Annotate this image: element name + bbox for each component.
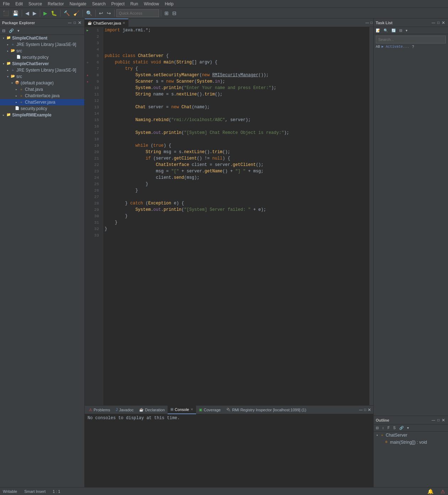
task-new-btn[interactable]: 📝 [374,28,381,33]
jre-simplechatserver[interactable]: ▸ ☕ JRE System Library [JavaSE-9] [0,67,84,73]
close-task-list-btn[interactable]: ✕ [441,20,446,25]
project-simplechatserver[interactable]: ▾ 📁 SimpleChatServer [0,61,84,67]
toolbar-back-btn[interactable]: ◀ [24,10,31,17]
maximize-outline-btn[interactable]: □ [437,418,440,423]
code-editor[interactable]: ▶ 1 2 3 4 [85,27,373,405]
project-simplechatclient[interactable]: ▾ 📁 SimpleChatClient [0,35,84,41]
default-package[interactable]: ▾ 📦 (default package) [0,80,84,86]
outline-menu-btn[interactable]: ▾ [406,425,410,431]
quick-access-input[interactable] [116,9,159,17]
menu-run[interactable]: Run [127,1,141,7]
outline-collapse-btn[interactable]: ⊟ [374,425,380,431]
pkg-view-menu-btn[interactable]: ▾ [16,28,21,34]
collapse-all-btn[interactable]: ⊟ [1,28,7,34]
bottom-tabs-bar: ⚠ Problems J Javadoc ☕ Declaration ⊞ Con… [85,406,373,414]
menu-source[interactable]: Source [26,1,45,7]
maximize-bottom-btn[interactable]: □ [363,407,367,412]
menu-navigate[interactable]: Navigate [67,1,89,7]
close-bottom-btn[interactable]: ✕ [367,407,372,412]
toolbar-save-btn[interactable]: 💾 [11,10,20,17]
outline-class-icon: ☕ [379,432,385,438]
task-activate-link[interactable]: ► Activate... [381,45,409,49]
menu-help[interactable]: Help [162,1,176,7]
task-collapse-btn[interactable]: ⊟ [398,28,404,33]
chatinterface-java-file[interactable]: ▸ ☕ ChatInterface.java [0,93,84,99]
outline-hide-fields-btn[interactable]: F [386,425,391,431]
console-tab[interactable]: ⊞ Console ✕ [168,406,196,414]
rmi-inspector-tab[interactable]: 🔌 RMI Registry Inspector [localhost:1099… [223,406,309,414]
code-line-29: System.out.println("[System] Server fail… [105,207,368,213]
outline-tree: ▾ ☕ ChatServer ⚙ main(String[]) : void [374,432,448,487]
task-refresh-btn[interactable]: 🔄 [390,28,397,33]
line-num-19: 19 [90,144,100,148]
chatserver-java-label: ChatServer.java [25,100,55,105]
jre-simplechatclient[interactable]: ▸ ☕ JRE System Library [JavaSE-9] [0,41,84,48]
chat-java-file[interactable]: ▸ ☕ Chat.java [0,86,84,93]
link-editor-btn[interactable]: 🔗 [7,28,15,34]
outline-sort-btn[interactable]: ↕ [381,425,385,431]
problems-tab[interactable]: ⚠ Problems [86,406,113,414]
close-tab-btn[interactable]: ✕ [122,21,125,25]
toolbar-perspective-btn[interactable]: ⊞ [163,10,170,17]
project-icon: 📁 [6,35,11,41]
task-help-btn[interactable]: ? [411,44,416,50]
chatserver-java-file[interactable]: ▸ ☕ ChatServer.java [0,99,84,105]
line-num-12: 12 [90,99,100,103]
menu-refactor[interactable]: Refactor [45,1,67,7]
minimize-outline-btn[interactable]: — [431,418,436,423]
security-policy-label: security.policy [21,106,47,111]
task-filter-btn[interactable]: 🔍 [382,28,389,33]
declaration-tab[interactable]: ☕ Declaration [136,406,168,414]
toolbar-search-btn[interactable]: 🔍 [85,10,94,17]
toolbar-debug-btn[interactable]: 🐛 [49,10,58,17]
task-search-input[interactable] [376,36,446,43]
security-policy-simplechatserver[interactable]: 📄 security.policy [0,105,84,112]
menu-search[interactable]: Search [89,1,109,7]
minimize-task-list-btn[interactable]: — [431,20,436,25]
coverage-tab[interactable]: ▣ Coverage [196,406,223,414]
code-line-14 [105,110,368,117]
chatserver-tab[interactable]: ☕ ChatServer.java ✕ [85,19,128,27]
code-line-2 [105,33,368,40]
project-icon: 📁 [6,61,11,67]
outline-class-chatserver[interactable]: ▾ ☕ ChatServer [374,432,448,439]
menu-file[interactable]: File [0,1,12,7]
project-simplermiexample[interactable]: ▸ 📁 SimpleRMIExample [0,112,84,118]
minimize-package-explorer-btn[interactable]: — [67,20,72,25]
gutter-16: 16 [85,123,103,130]
outline-hide-static-btn[interactable]: S [392,425,397,431]
outline-header: Outline — □ ✕ [374,416,448,424]
toolbar-views-btn[interactable]: ⊟ [171,10,178,17]
menu-project[interactable]: Project [109,1,127,7]
outline-sync-btn[interactable]: 🔗 [398,425,405,431]
close-console-tab-btn[interactable]: ✕ [190,407,193,411]
minimize-editor-btn[interactable]: — [365,20,370,25]
outline-method-main[interactable]: ⚙ main(String[]) : void [374,439,448,446]
code-line-26: } [105,187,368,194]
menu-edit[interactable]: Edit [12,1,26,7]
code-line-21: if (server.getClient() != null) { [105,155,368,162]
close-outline-btn[interactable]: ✕ [441,418,446,423]
toolbar-build-btn[interactable]: 🔨 [62,10,71,17]
javadoc-tab[interactable]: J Javadoc [113,406,136,414]
src-simplechatserver[interactable]: ▾ 📂 src [0,73,84,80]
toolbar-undo-btn[interactable]: ↩ [97,10,105,17]
toolbar-redo-btn[interactable]: ↪ [105,10,112,17]
menu-window[interactable]: Window [141,1,162,7]
toolbar-new-btn[interactable]: ⬛ [1,10,10,17]
src-simplechatclient[interactable]: ▸ 📂 src [0,48,84,54]
maximize-editor-btn[interactable]: □ [370,20,373,25]
toolbar-forward-btn[interactable]: ▶ [31,10,38,17]
toolbar-clean-btn[interactable]: 🧹 [72,10,81,17]
gutter-14: 14 [85,110,103,117]
security-policy-simplechatclient[interactable]: 📄 security.policy [0,54,84,61]
code-content[interactable]: import java.rmi.*; public class ChatServ… [103,27,369,405]
editor-scrollbar[interactable] [369,27,373,405]
toolbar-run-btn[interactable]: ▶ [42,10,49,17]
task-list-content [374,52,448,416]
minimize-bottom-btn[interactable]: — [358,407,363,412]
maximize-task-list-btn[interactable]: □ [437,20,440,25]
close-package-explorer-btn[interactable]: ✕ [77,20,82,25]
maximize-package-explorer-btn[interactable]: □ [73,20,77,25]
task-menu-btn[interactable]: ▾ [404,28,409,33]
